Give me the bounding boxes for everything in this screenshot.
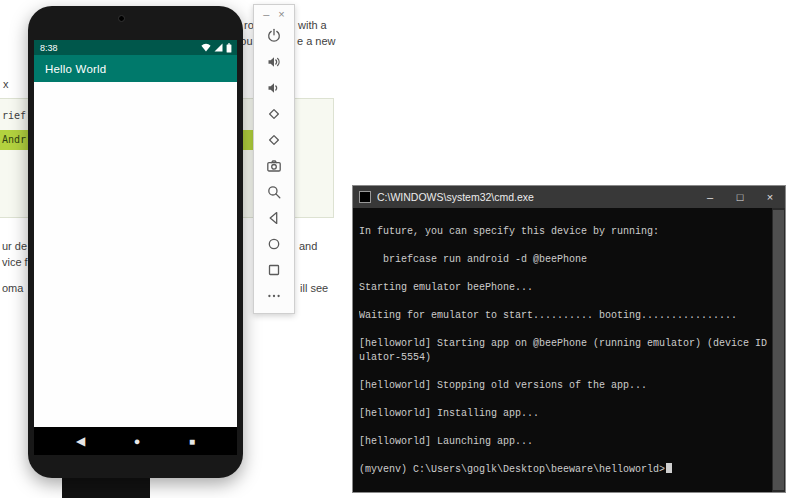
cmd-icon <box>359 191 371 203</box>
app-title: Hello World <box>45 63 106 75</box>
toolbar-window-controls: – × <box>254 5 294 23</box>
more-icon <box>266 288 282 304</box>
camera-icon <box>266 158 282 174</box>
toolbar-zoom-button[interactable] <box>254 179 294 205</box>
app-bar: Hello World <box>34 55 237 82</box>
terminal-line: [helloworld] Stopping old versions of th… <box>359 379 769 393</box>
toolbar-overview-button[interactable] <box>254 257 294 283</box>
webpage-text-fragment: Andr <box>2 134 26 145</box>
webpage-text-fragment: vice f <box>2 256 28 268</box>
terminal-line <box>359 323 769 337</box>
terminal-line: (myvenv) C:\Users\goglk\Desktop\beeware\… <box>359 463 769 477</box>
terminal-line: [helloworld] Installing app... <box>359 407 769 421</box>
terminal-title: C:\WINDOWS\system32\cmd.exe <box>377 191 695 203</box>
status-time: 8:38 <box>40 43 58 53</box>
webpage-text-fragment: ill see <box>300 282 328 294</box>
battery-icon <box>226 43 232 53</box>
terminal-line: Starting emulator beePhone... <box>359 281 769 295</box>
rotate-right-icon <box>266 132 282 148</box>
terminal-line: Waiting for emulator to start.......... … <box>359 309 769 323</box>
back-icon <box>266 210 282 226</box>
terminal-line: ulator-5554) <box>359 351 769 365</box>
home-icon <box>266 236 282 252</box>
terminal-minimize-button[interactable]: – <box>695 186 725 208</box>
toolbar-rotate-right-button[interactable] <box>254 127 294 153</box>
status-bar: 8:38 <box>34 40 237 55</box>
volume-up-icon <box>266 54 282 70</box>
terminal-line: [helloworld] Starting app on @beePhone (… <box>359 337 769 351</box>
terminal-line <box>359 393 769 407</box>
terminal-line <box>359 421 769 435</box>
signal-icon <box>214 43 223 52</box>
terminal-titlebar[interactable]: C:\WINDOWS\system32\cmd.exe – □ × <box>353 186 785 208</box>
zoom-icon <box>266 184 282 200</box>
scrollbar-thumb[interactable] <box>773 210 784 490</box>
toolbar-volume-up-button[interactable] <box>254 49 294 75</box>
toolbar-minimize-button[interactable]: – <box>263 8 269 20</box>
terminal-line <box>359 211 769 225</box>
terminal-output: In future, you can specify this device b… <box>359 211 769 477</box>
webpage-text-fragment: e a new <box>297 35 336 47</box>
nav-overview-button[interactable]: ■ <box>189 436 195 447</box>
emulator-toolbar: – × <box>253 4 295 314</box>
emulator-toolbar-buttons <box>254 23 294 309</box>
toolbar-camera-button[interactable] <box>254 153 294 179</box>
toolbar-volume-down-button[interactable] <box>254 75 294 101</box>
android-emulator-phone: 8:38 Hello World ◀ ● ■ <box>28 6 243 478</box>
phone-camera-dot <box>118 15 125 22</box>
volume-down-icon <box>266 80 282 96</box>
terminal-line <box>359 239 769 253</box>
terminal-line <box>359 449 769 463</box>
webpage-text-fragment: with a <box>298 19 327 31</box>
android-nav-bar: ◀ ● ■ <box>34 427 237 455</box>
webpage-text-fragment: and <box>299 240 317 252</box>
toolbar-more-button[interactable] <box>254 283 294 309</box>
nav-home-button[interactable]: ● <box>134 435 141 447</box>
nav-back-button[interactable]: ◀ <box>76 434 85 448</box>
webpage-text-fragment: rief <box>2 110 26 121</box>
wifi-icon <box>201 43 211 52</box>
terminal-line <box>359 365 769 379</box>
rotate-left-icon <box>266 106 282 122</box>
toolbar-back-button[interactable] <box>254 205 294 231</box>
toolbar-power-button[interactable] <box>254 23 294 49</box>
desktop: rowith ayou coue a newxriefAndrur deandv… <box>0 0 800 498</box>
app-content <box>34 82 237 427</box>
terminal-scrollbar[interactable] <box>772 208 785 492</box>
power-icon <box>266 28 282 44</box>
terminal-window: C:\WINDOWS\system32\cmd.exe – □ × In fut… <box>352 185 786 493</box>
phone-screen: 8:38 Hello World ◀ ● ■ <box>34 40 237 455</box>
terminal-line: briefcase run android -d @beePhone <box>359 253 769 267</box>
toolbar-home-button[interactable] <box>254 231 294 257</box>
terminal-line: In future, you can specify this device b… <box>359 225 769 239</box>
terminal-line <box>359 267 769 281</box>
webpage-text-fragment: ur de <box>2 240 27 252</box>
webpage-text-fragment: oma <box>2 282 23 294</box>
terminal-maximize-button[interactable]: □ <box>725 186 755 208</box>
terminal-close-button[interactable]: × <box>755 186 785 208</box>
terminal-cursor <box>666 463 672 473</box>
terminal-body: In future, you can specify this device b… <box>353 208 785 492</box>
terminal-line: [helloworld] Launching app... <box>359 435 769 449</box>
terminal-line <box>359 295 769 309</box>
overview-icon <box>266 262 282 278</box>
toolbar-rotate-left-button[interactable] <box>254 101 294 127</box>
status-icons <box>201 43 232 53</box>
webpage-text-fragment: x <box>3 78 9 90</box>
toolbar-close-button[interactable]: × <box>278 8 284 20</box>
